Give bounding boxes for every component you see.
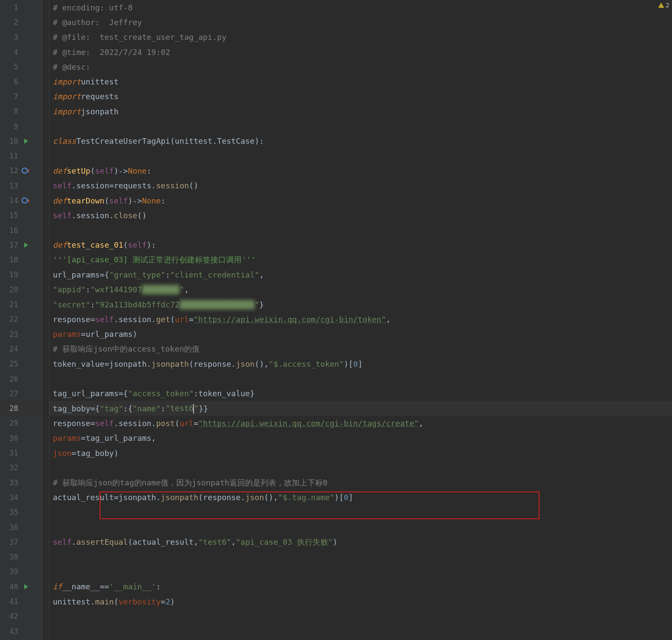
gutter-row[interactable]: 26 (0, 371, 42, 386)
gutter-row[interactable]: 11 (0, 149, 42, 163)
line-number: 39 (0, 567, 21, 576)
code-line[interactable]: import jsonpath (49, 104, 672, 119)
line-number: 32 (0, 463, 21, 472)
line-number: 18 (0, 255, 21, 264)
gutter-row[interactable]: 37 (0, 535, 42, 549)
gutter-row[interactable]: 28 (0, 401, 42, 416)
run-icon[interactable] (24, 242, 28, 248)
gutter-row[interactable]: 21 (0, 297, 42, 312)
gutter-row[interactable]: 32 (0, 460, 42, 475)
line-number: 29 (0, 419, 21, 427)
code-line[interactable]: params = url_params) (49, 327, 672, 342)
code-line[interactable]: unittest.main(verbosity=2) (49, 594, 672, 609)
code-line[interactable] (49, 505, 672, 520)
gutter-row[interactable]: 29 (0, 416, 42, 430)
gutter-row[interactable]: 3 (0, 30, 42, 45)
code-line[interactable]: self.session = requests.session() (49, 178, 672, 193)
gutter-row[interactable]: 12↑ (0, 163, 42, 178)
gutter-row[interactable]: 25 (0, 356, 42, 371)
code-line[interactable]: "secret":"92a113bd4b5ffdc72█████████████… (49, 297, 672, 312)
code-line[interactable] (49, 549, 672, 564)
gutter-row[interactable]: 43 (0, 624, 42, 638)
code-line[interactable]: # @desc: (49, 59, 672, 74)
gutter-row[interactable]: 35 (0, 505, 42, 520)
code-line[interactable]: token_value = jsonpath.jsonpath(response… (49, 356, 672, 371)
gutter-row[interactable]: 17 (0, 238, 42, 252)
code-line[interactable]: def test_case_01(self): (49, 238, 672, 252)
gutter-row[interactable]: 42 (0, 609, 42, 624)
gutter-row[interactable]: 16 (0, 223, 42, 237)
code-line[interactable]: # @file: test_create_user_tag_api.py (49, 30, 672, 45)
code-line[interactable]: # 获取响应json中的access_token的值 (49, 342, 672, 356)
gutter-row[interactable]: 40 (0, 579, 42, 594)
code-line[interactable] (49, 609, 672, 624)
code-line[interactable]: tag_boby = { "tag": { "name":"test6" } } (49, 401, 672, 416)
run-icon[interactable] (24, 584, 28, 589)
code-line[interactable] (49, 119, 672, 133)
code-line[interactable] (49, 223, 672, 237)
code-line[interactable]: response = self.session.post(url="https:… (49, 416, 672, 430)
gutter-row[interactable]: 20 (0, 282, 42, 297)
gutter-row[interactable]: 24 (0, 342, 42, 356)
gutter-row[interactable]: 31 (0, 446, 42, 460)
gutter-row[interactable]: 23 (0, 327, 42, 342)
code-line[interactable]: '''[api_case_03] 测试正常进行创建标签接口调用''' (49, 252, 672, 267)
gutter-row[interactable]: 30 (0, 431, 42, 446)
gutter-row[interactable]: 2 (0, 15, 42, 29)
line-number: 12 (0, 166, 21, 175)
code-line[interactable]: import unittest (49, 74, 672, 89)
code-line[interactable]: json=tag_boby) (49, 446, 672, 460)
gutter-row[interactable]: 34 (0, 490, 42, 505)
code-line[interactable]: # @time: 2022/7/24 19:02 (49, 45, 672, 59)
gutter[interactable]: 123456789101112↑1314↑1516171819202122232… (0, 0, 42, 640)
gutter-row[interactable]: 13 (0, 178, 42, 193)
gutter-row[interactable]: 22 (0, 312, 42, 326)
code-line[interactable]: "appid":"wxf1441907████████", (49, 282, 672, 297)
code-line[interactable]: import requests (49, 89, 672, 104)
line-number: 5 (0, 62, 21, 71)
gutter-row[interactable]: 8 (0, 104, 42, 119)
gutter-row[interactable]: 14↑ (0, 193, 42, 208)
code-line[interactable]: url_params = {"grant_type":"client_crede… (49, 267, 672, 282)
gutter-row[interactable]: 9 (0, 119, 42, 133)
code-line[interactable]: tag_url_params = {"access_token":token_v… (49, 386, 672, 401)
code-line[interactable] (49, 371, 672, 386)
code-line[interactable] (49, 564, 672, 579)
code-line[interactable]: self.assertEqual(actual_result,"test6", … (49, 535, 672, 549)
gutter-row[interactable]: 19 (0, 267, 42, 282)
code-line[interactable] (49, 460, 672, 475)
gutter-row[interactable]: 1 (0, 0, 42, 15)
code-line[interactable]: response = self.session.get(url="https:/… (49, 312, 672, 326)
gutter-row[interactable]: 5 (0, 59, 42, 74)
gutter-row[interactable]: 39 (0, 564, 42, 579)
code-line[interactable]: if __name__ == '__main__': (49, 579, 672, 594)
code-line[interactable] (49, 149, 672, 163)
code-line[interactable]: # 获取响应json的tag的name值，因为jsonpath返回的是列表，故加… (49, 475, 672, 490)
code-line[interactable]: actual_result = jsonpath.jsonpath(respon… (49, 490, 672, 505)
gutter-row[interactable]: 15 (0, 208, 42, 223)
fold-column[interactable] (42, 0, 49, 640)
code-line[interactable]: class TestCreateUserTagApi(unittest.Test… (49, 134, 672, 149)
code-line[interactable]: params = tag_url_params, (49, 431, 672, 446)
code-line[interactable] (49, 520, 672, 534)
line-number: 15 (0, 211, 21, 220)
gutter-row[interactable]: 7 (0, 89, 42, 104)
code-line[interactable]: def setUp(self) -> None: (49, 163, 672, 178)
code-line[interactable]: # @author: Jeffrey (49, 15, 672, 29)
code-line[interactable]: self.session.close() (49, 208, 672, 223)
gutter-row[interactable]: 4 (0, 45, 42, 59)
run-icon[interactable] (24, 139, 28, 144)
gutter-row[interactable]: 18 (0, 252, 42, 267)
gutter-row[interactable]: 33 (0, 475, 42, 490)
code-line[interactable]: # encoding: utf-8 (49, 0, 672, 15)
gutter-row[interactable]: 38 (0, 549, 42, 564)
gutter-row[interactable]: 27 (0, 386, 42, 401)
gutter-row[interactable]: 41 (0, 594, 42, 609)
override-icon[interactable] (22, 197, 28, 204)
gutter-row[interactable]: 36 (0, 520, 42, 534)
code-line[interactable]: def tearDown(self) -> None: (49, 193, 672, 208)
gutter-row[interactable]: 6 (0, 74, 42, 89)
code-line[interactable] (49, 624, 672, 638)
gutter-row[interactable]: 10 (0, 134, 42, 149)
code-area[interactable]: 2 # encoding: utf-8# @author: Jeffrey# @… (49, 0, 672, 640)
